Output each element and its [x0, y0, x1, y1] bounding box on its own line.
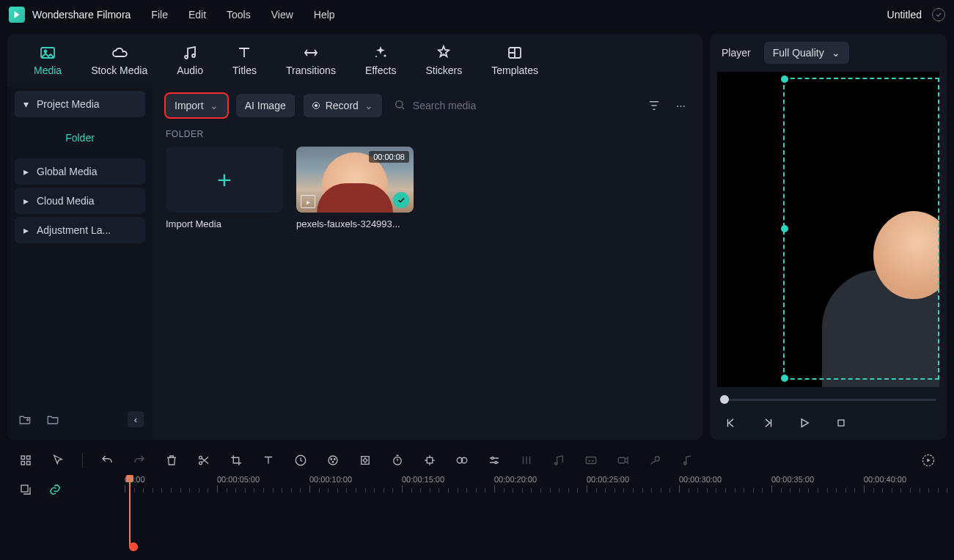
marker-button[interactable]	[422, 452, 438, 468]
sparkle-icon	[372, 44, 389, 62]
document-title: Untitled	[887, 9, 922, 21]
svg-point-31	[684, 463, 686, 465]
record-button[interactable]: Record ⌄	[304, 94, 382, 117]
player-scrubber[interactable]	[720, 393, 936, 406]
apps-icon[interactable]	[18, 452, 34, 468]
folder-link-button[interactable]	[44, 410, 62, 428]
titlebar: Wondershare Filmora File Edit Tools View…	[0, 0, 954, 29]
split-button[interactable]	[196, 452, 212, 468]
adjust-button[interactable]	[486, 452, 502, 468]
svg-point-17	[331, 459, 332, 460]
selection-box[interactable]	[783, 78, 939, 380]
svg-point-25	[491, 457, 493, 460]
sidebar-item-folder[interactable]: Folder	[15, 125, 145, 151]
svg-rect-9	[21, 456, 25, 460]
chevron-down-icon: ⌄	[210, 100, 219, 111]
sidebar-item-global-media[interactable]: ▸ Global Media	[15, 158, 145, 185]
text-tool-button[interactable]	[260, 452, 276, 468]
audio-sync-button	[680, 452, 696, 468]
collapse-sidebar-button[interactable]: ‹	[128, 411, 144, 427]
tab-transitions[interactable]: Transitions	[286, 44, 336, 76]
sidebar-item-adjustment-layer[interactable]: ▸ Adjustment La...	[15, 217, 145, 243]
svg-rect-12	[27, 462, 31, 465]
player-preview[interactable]	[717, 72, 939, 387]
tab-media[interactable]: Media	[34, 44, 62, 76]
delete-button[interactable]	[164, 452, 180, 468]
music-icon	[181, 44, 199, 62]
search-icon	[394, 99, 406, 113]
svg-point-19	[332, 462, 334, 463]
svg-point-30	[655, 457, 659, 461]
image-icon	[39, 44, 56, 62]
clip-start-marker[interactable]	[129, 542, 138, 551]
save-status-icon[interactable]	[932, 8, 945, 21]
new-folder-button[interactable]	[16, 410, 34, 428]
media-clip-thumb[interactable]: 00:00:08 ▸	[296, 147, 414, 213]
media-content: Import ⌄ AI Image Record ⌄	[153, 86, 702, 440]
tab-templates[interactable]: Templates	[491, 44, 538, 76]
search-input[interactable]	[413, 100, 634, 111]
import-media-thumb[interactable]: +	[166, 147, 283, 213]
tab-stickers[interactable]: Stickers	[425, 44, 462, 76]
added-check-icon	[393, 192, 409, 208]
audio-mixer-button	[518, 452, 535, 468]
link-button[interactable]	[47, 482, 63, 498]
tab-audio[interactable]: Audio	[177, 44, 203, 76]
menu-tools[interactable]: Tools	[227, 9, 251, 21]
tab-stock-media[interactable]: Stock Media	[91, 44, 147, 76]
chevron-down-icon: ⌄	[364, 100, 373, 111]
stop-button[interactable]	[833, 415, 849, 431]
svg-rect-8	[838, 420, 844, 426]
speed-button[interactable]	[293, 452, 309, 468]
layout-icon	[506, 44, 524, 62]
tab-titles[interactable]: Titles	[232, 44, 257, 76]
app-title: Wondershare Filmora	[32, 9, 131, 21]
subtitle-button	[583, 452, 599, 468]
tab-effects[interactable]: Effects	[365, 44, 397, 76]
sidebar-item-project-media[interactable]: ▾ Project Media	[15, 91, 145, 117]
svg-point-4	[384, 55, 386, 57]
svg-rect-33	[21, 485, 28, 492]
timeline-tracks[interactable]	[125, 504, 947, 556]
menu-view[interactable]: View	[271, 9, 293, 21]
chevron-right-icon: ▸	[23, 166, 31, 177]
svg-rect-11	[21, 462, 25, 465]
effects-button[interactable]	[454, 452, 470, 468]
svg-point-7	[396, 100, 403, 107]
ruler-tick: 00:00	[125, 475, 145, 493]
timeline-ruler[interactable]: 00:0000:00:05:0000:00:10:0000:00:15:0000…	[125, 475, 947, 504]
pointer-icon[interactable]	[50, 452, 66, 468]
motion-button	[647, 452, 664, 468]
svg-point-5	[375, 56, 377, 57]
record-icon	[312, 102, 320, 109]
prev-frame-button[interactable]	[723, 415, 739, 431]
color-button[interactable]	[325, 452, 341, 468]
plus-icon: +	[217, 166, 232, 194]
menu-file[interactable]: File	[151, 9, 168, 21]
menu-help[interactable]: Help	[314, 9, 335, 21]
sticker-icon	[435, 44, 452, 62]
redo-button[interactable]	[131, 452, 147, 468]
svg-point-1	[45, 51, 47, 53]
import-button[interactable]: Import ⌄	[166, 94, 227, 117]
more-button[interactable]: ⋯	[672, 100, 689, 111]
ai-image-button[interactable]: AI Image	[236, 94, 295, 117]
menu-edit[interactable]: Edit	[188, 9, 206, 21]
crop-button[interactable]	[228, 452, 244, 468]
timer-button[interactable]	[389, 452, 406, 468]
player-label: Player	[722, 47, 751, 59]
svg-point-27	[555, 463, 557, 465]
filter-button[interactable]	[645, 99, 663, 112]
svg-point-18	[334, 459, 336, 460]
track-add-button[interactable]	[18, 482, 34, 498]
play-button[interactable]	[796, 415, 812, 431]
quality-dropdown[interactable]: Full Quality ⌄	[764, 42, 849, 64]
clip-type-icon: ▸	[301, 195, 315, 208]
undo-button[interactable]	[99, 452, 115, 468]
import-media-card[interactable]: + Import Media	[166, 147, 283, 229]
media-clip-card[interactable]: 00:00:08 ▸ pexels-fauxels-324993...	[296, 147, 414, 229]
render-button[interactable]	[920, 452, 936, 468]
next-frame-button[interactable]	[760, 415, 776, 431]
sidebar-item-cloud-media[interactable]: ▸ Cloud Media	[15, 188, 145, 214]
keyframe-button[interactable]	[357, 452, 373, 468]
